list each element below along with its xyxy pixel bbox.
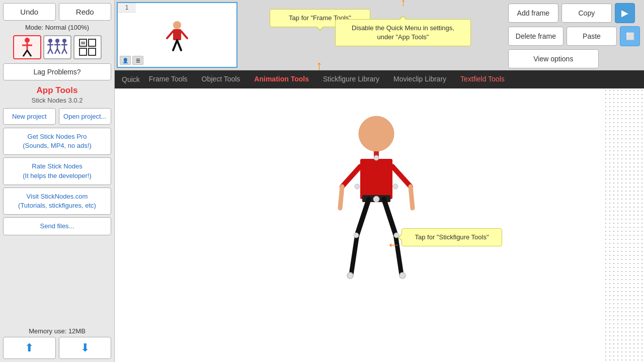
svg-point-51: [399, 273, 406, 279]
svg-point-5: [48, 39, 52, 43]
svg-line-29: [181, 31, 187, 38]
svg-point-46: [393, 184, 398, 189]
add-copy-row: Add frame Copy ▶: [508, 3, 640, 23]
svg-line-9: [50, 49, 53, 54]
undo-redo-row: Undo Redo: [3, 3, 111, 21]
svg-line-40: [357, 199, 369, 234]
small-stickfigure-svg: [162, 19, 192, 59]
view-options-button[interactable]: View options: [508, 49, 599, 68]
paste-icon-button[interactable]: ⬜: [620, 26, 640, 46]
play-button[interactable]: ▶: [615, 3, 635, 23]
topbar: 1 👤 ☰ ↑ Ta: [115, 0, 644, 70]
svg-point-26: [173, 21, 181, 29]
svg-point-49: [394, 233, 399, 238]
arrow-up-button[interactable]: ⬆: [3, 337, 56, 359]
lag-problems-button[interactable]: Lag Problems?: [3, 63, 111, 80]
svg-rect-34: [360, 159, 392, 199]
svg-line-8: [48, 49, 50, 54]
paste-button[interactable]: Paste: [567, 27, 617, 46]
visit-button[interactable]: Visit StickNodes.com (Tutorials, stickfi…: [3, 188, 111, 215]
frame-thumbnail: 1 👤 ☰: [117, 2, 237, 68]
persons-tool-icon[interactable]: [43, 35, 71, 59]
copy-button[interactable]: Copy: [561, 4, 612, 23]
tab-movieclip-library[interactable]: Movieclip Library: [386, 72, 453, 87]
nav-tabs: Quick Frame Tools Object Tools Animation…: [115, 70, 644, 88]
delete-paste-row: Delete frame Paste ⬜: [508, 26, 640, 46]
send-files-button[interactable]: Send files...: [3, 217, 111, 235]
tab-animation-tools[interactable]: Animation Tools: [247, 72, 316, 87]
tool-icon-row: [13, 35, 102, 59]
canvas-area[interactable]: ← Tap for "Stickfigure Tools": [115, 88, 644, 362]
quick-label: Quick: [120, 72, 142, 86]
right-buttons: Add frame Copy ▶ Delete frame Paste ⬜ Vi…: [508, 0, 644, 70]
svg-point-32: [359, 116, 394, 151]
app-tools-title: App Tools: [37, 85, 78, 96]
svg-point-48: [354, 233, 359, 238]
rate-button[interactable]: Rate Stick Nodes (It helps the developer…: [3, 157, 111, 185]
view-options-row: View options: [508, 49, 640, 68]
svg-point-45: [355, 184, 360, 189]
grid-tool-icon[interactable]: [73, 35, 102, 59]
delete-frame-button[interactable]: Delete frame: [508, 27, 564, 46]
add-frame-button[interactable]: Add frame: [508, 4, 558, 23]
sidebar: Undo Redo Mode: Normal (100%): [0, 0, 115, 362]
memory-label: Memory use: 12MB: [29, 327, 86, 335]
main-stickfigure-svg: [326, 114, 427, 295]
svg-line-14: [57, 49, 60, 54]
svg-rect-21: [89, 39, 96, 46]
svg-rect-27: [173, 29, 181, 40]
svg-line-30: [173, 40, 177, 50]
tab-frame-tools[interactable]: Frame Tools: [142, 72, 195, 87]
frame-icon-person[interactable]: 👤: [120, 56, 131, 65]
tab-stickfigure-library[interactable]: Stickfigure Library: [316, 72, 386, 87]
svg-line-3: [23, 50, 27, 56]
tab-object-tools[interactable]: Object Tools: [195, 72, 248, 87]
project-buttons-row: New project Open project...: [3, 108, 111, 125]
svg-point-10: [55, 39, 59, 43]
svg-line-19: [64, 49, 67, 54]
open-project-button[interactable]: Open project...: [59, 108, 112, 125]
frame-icons-row: 👤 ☰: [120, 56, 143, 65]
mode-label: Mode: Normal (100%): [25, 24, 89, 31]
frame-icon-list[interactable]: ☰: [132, 56, 143, 65]
arrow-buttons-row: ⬆ ⬇: [3, 337, 111, 359]
svg-line-42: [351, 234, 357, 275]
svg-line-36: [392, 166, 411, 187]
svg-point-0: [25, 38, 30, 43]
person-tool-icon[interactable]: [13, 35, 41, 59]
svg-line-13: [55, 49, 57, 54]
svg-point-15: [62, 39, 66, 43]
quick-menu-tooltip: Disable the Quick Menu in settings, unde…: [335, 19, 471, 46]
svg-line-18: [62, 49, 64, 54]
svg-line-35: [342, 166, 360, 187]
frame-number: 1: [118, 3, 136, 13]
arrow-down-button[interactable]: ⬇: [59, 337, 112, 359]
tab-textfield-tools[interactable]: Textfield Tools: [453, 72, 512, 87]
svg-line-31: [177, 40, 181, 50]
svg-rect-20: [79, 39, 87, 46]
quick-menu-arrow: ↑: [400, 0, 406, 9]
svg-line-38: [411, 187, 413, 208]
frame-tools-tooltip: Tap for "Frame Tools": [270, 9, 370, 27]
main-area: 1 👤 ☰ ↑ Ta: [115, 0, 644, 362]
stickfigure-container: [326, 114, 427, 297]
undo-button[interactable]: Undo: [3, 3, 56, 21]
svg-line-28: [167, 31, 173, 38]
svg-line-43: [395, 234, 401, 275]
svg-point-44: [374, 155, 379, 160]
svg-point-50: [347, 273, 353, 279]
svg-point-47: [373, 196, 379, 202]
svg-line-41: [384, 199, 395, 234]
svg-line-37: [340, 187, 342, 208]
get-pro-button[interactable]: Get Stick Nodes Pro (Sounds, MP4, no ads…: [3, 128, 111, 155]
svg-rect-23: [89, 48, 96, 55]
right-texture: [604, 88, 644, 362]
version-label: Stick Nodes 3.0.2: [32, 97, 83, 104]
svg-rect-22: [79, 48, 87, 55]
redo-button[interactable]: Redo: [59, 3, 112, 21]
svg-line-4: [27, 50, 31, 56]
new-project-button[interactable]: New project: [3, 108, 56, 125]
